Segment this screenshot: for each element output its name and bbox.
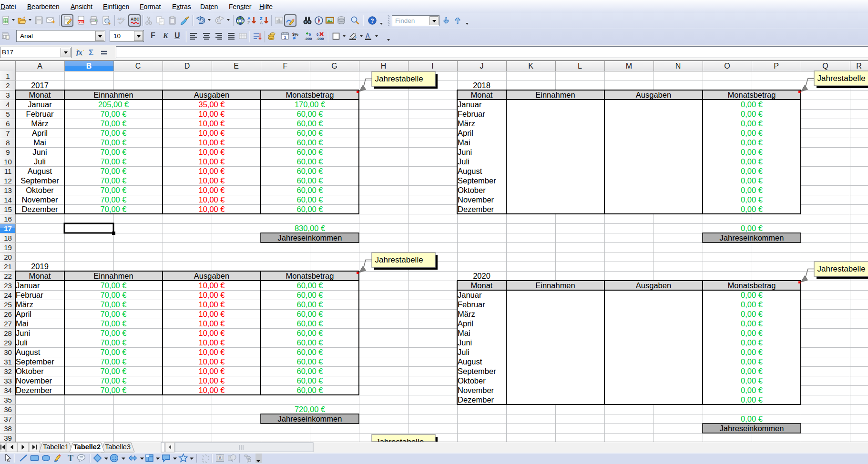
svg-text:M: M [626,62,632,70]
svg-text:10,00 €: 10,00 € [198,129,225,137]
svg-text:November: November [458,195,494,204]
svg-text:Mai: Mai [33,138,46,147]
svg-text:0,00 €: 0,00 € [741,205,763,213]
svg-text:22: 22 [4,272,12,280]
svg-text:70,00 €: 70,00 € [100,357,126,366]
svg-text:PDF: PDF [78,20,84,23]
svg-text:J: J [480,62,484,70]
svg-text:Jahrestabelle: Jahrestabelle [817,264,866,273]
svg-text:70,00 €: 70,00 € [100,329,126,337]
svg-text:Dezember: Dezember [458,205,494,213]
svg-text:5: 5 [6,110,10,118]
svg-text:10,00 €: 10,00 € [198,329,225,337]
svg-text:25: 25 [4,301,12,309]
svg-text:70,00 €: 70,00 € [100,319,126,328]
svg-text:0,00 €: 0,00 € [741,129,763,137]
svg-text:10,00 €: 10,00 € [198,138,225,147]
svg-text:30: 30 [4,348,12,356]
svg-text:0,00 €: 0,00 € [741,310,763,318]
svg-text:Januar: Januar [458,291,482,299]
svg-text:4: 4 [6,101,10,109]
svg-text:2: 2 [6,81,10,90]
svg-text:September: September [20,176,59,185]
svg-text:Jahrestabelle: Jahrestabelle [376,437,424,442]
svg-text:10,00 €: 10,00 € [198,348,225,356]
svg-text:B: B [86,62,92,70]
svg-text:Einnahmen: Einnahmen [93,91,133,99]
svg-text:37: 37 [4,415,12,423]
svg-text:April: April [458,319,473,328]
svg-text:Tabelle2: Tabelle2 [73,443,101,451]
svg-text:60,00 €: 60,00 € [296,357,323,366]
svg-text:März: März [458,310,475,318]
svg-text:Monat: Monat [29,91,51,99]
svg-text:35: 35 [4,396,12,404]
svg-text:Mai: Mai [16,319,29,328]
svg-text:60,00 €: 60,00 € [296,176,323,185]
svg-text:Jahreseinkommen: Jahreseinkommen [720,233,784,242]
svg-text:27: 27 [4,320,12,328]
svg-text:0,00 €: 0,00 € [741,386,763,394]
svg-text:32: 32 [4,367,12,375]
svg-text:Januar: Januar [458,100,482,109]
svg-text:10,00 €: 10,00 € [198,338,225,347]
svg-text:10,00 €: 10,00 € [198,186,225,194]
svg-text:0,00 €: 0,00 € [741,100,763,109]
svg-text:September: September [458,176,496,185]
svg-text:70,00 €: 70,00 € [100,376,126,385]
svg-text:70,00 €: 70,00 € [100,176,126,185]
svg-text:0,00 €: 0,00 € [741,357,763,366]
svg-text:ABC: ABC [117,17,126,21]
svg-text:Februar: Februar [458,300,485,309]
svg-text:1: 1 [6,72,10,80]
svg-text:70,00 €: 70,00 € [100,148,126,156]
svg-text:Jahreseinkommen: Jahreseinkommen [278,233,342,242]
svg-text:10,00 €: 10,00 € [198,376,225,385]
svg-text:Juli: Juli [16,338,28,347]
svg-text:H: H [381,62,387,70]
svg-text:19: 19 [4,243,12,252]
svg-text:38: 38 [4,424,12,433]
svg-text:10,00 €: 10,00 € [198,195,225,204]
svg-text:Juni: Juni [458,338,472,347]
svg-text:Ausgaben: Ausgaben [194,91,229,99]
svg-text:10,00 €: 10,00 € [198,119,225,128]
svg-text:3: 3 [6,91,10,99]
svg-text:7: 7 [6,129,10,137]
svg-text:I: I [431,62,433,70]
svg-text:34: 34 [4,386,12,394]
svg-text:10,00 €: 10,00 € [198,291,225,299]
svg-text:10,00 €: 10,00 € [198,319,225,328]
svg-text:60,00 €: 60,00 € [296,300,323,309]
svg-text:Einnahmen: Einnahmen [93,272,133,280]
svg-text:Juli: Juli [458,157,470,166]
svg-text:60,00 €: 60,00 € [296,119,323,128]
svg-text:Juli: Juli [458,348,470,356]
svg-text:60,00 €: 60,00 € [296,195,323,204]
svg-text:70,00 €: 70,00 € [100,310,126,318]
svg-text:Monat: Monat [471,281,493,290]
svg-text:?: ? [370,18,374,24]
svg-text:R: R [856,62,862,70]
svg-text:28: 28 [4,329,12,337]
svg-text:10,00 €: 10,00 € [198,300,225,309]
svg-text:C: C [135,62,141,70]
svg-text:20: 20 [4,253,12,261]
svg-text:0,00 €: 0,00 € [741,376,763,385]
svg-text:31: 31 [4,358,12,366]
svg-text:April: April [32,129,48,137]
svg-text:70,00 €: 70,00 € [100,186,126,194]
svg-text:Jahrestabelle: Jahrestabelle [375,255,423,264]
svg-text:17: 17 [4,224,12,232]
svg-text:A: A [260,20,263,25]
svg-text:10,00 €: 10,00 € [198,281,225,290]
svg-text:Jahrestabelle: Jahrestabelle [375,74,423,83]
svg-text:0,00 €: 0,00 € [741,319,763,328]
svg-text:G: G [331,62,337,70]
svg-text:Ausgaben: Ausgaben [194,272,229,280]
svg-text:August: August [458,167,482,175]
svg-text:O: O [724,62,730,70]
svg-text:0,00 €: 0,00 € [741,291,763,299]
svg-text:N: N [675,62,681,70]
svg-text:60,00 €: 60,00 € [296,186,323,194]
